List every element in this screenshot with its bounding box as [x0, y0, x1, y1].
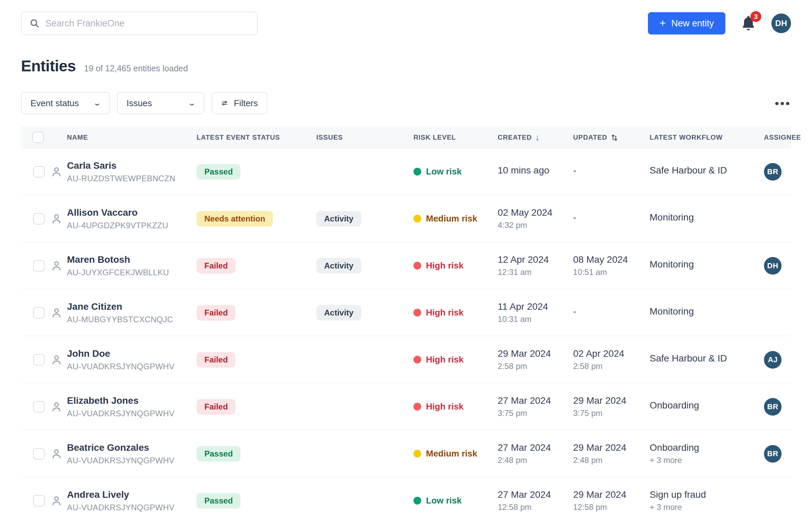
- updated-cell: 29 Mar 2024 2:48 pm: [573, 430, 626, 477]
- risk-label: Medium risk: [426, 448, 477, 459]
- assignee-avatar[interactable]: BR: [764, 163, 782, 181]
- entity-name[interactable]: Beatrice Gonzales: [67, 442, 175, 453]
- workflow-name: Sign up fraud: [650, 489, 706, 500]
- chevron-down-icon: ⌄: [187, 99, 196, 108]
- event-status-dropdown[interactable]: Event status ⌄: [21, 92, 110, 114]
- assignee-avatar[interactable]: DH: [764, 257, 782, 275]
- column-header-created[interactable]: CREATED ↓: [498, 126, 540, 148]
- row-checkbox[interactable]: [33, 213, 45, 225]
- created-date: 27 Mar 2024: [498, 489, 551, 500]
- column-header-updated[interactable]: UPDATED: [573, 126, 618, 148]
- more-options-button[interactable]: •••: [775, 97, 791, 109]
- entity-id: AU-RUZDSTWEWPEBNCZN: [67, 174, 175, 183]
- search-input[interactable]: [45, 18, 250, 29]
- risk-dot-icon: [413, 497, 421, 505]
- updated-time: 3:75 pm: [573, 408, 626, 418]
- risk-cell: High risk: [413, 383, 464, 430]
- updated-date: 29 Mar 2024: [573, 489, 626, 500]
- row-checkbox[interactable]: [33, 401, 45, 413]
- column-header-workflow[interactable]: LATEST WORKFLOW: [650, 126, 723, 148]
- user-avatar[interactable]: DH: [771, 14, 791, 33]
- assignee-avatar[interactable]: BR: [764, 398, 782, 416]
- workflow-name: Monitoring: [650, 306, 694, 317]
- created-date: 02 May 2024: [498, 207, 552, 218]
- created-time: 4:32 pm: [498, 220, 552, 230]
- column-header-risk[interactable]: RISK LEVEL: [413, 126, 456, 148]
- row-checkbox[interactable]: [33, 448, 45, 460]
- entity-name[interactable]: Jane Citizen: [67, 301, 173, 312]
- table-row[interactable]: Beatrice Gonzales AU-VUADKRSJYNQGPWHV Pa…: [21, 430, 791, 477]
- select-all-checkbox[interactable]: [32, 132, 44, 143]
- issue-badge: Activity: [316, 211, 361, 227]
- created-cell: 27 Mar 2024 2:48 pm: [498, 430, 551, 477]
- created-cell: 12 Apr 2024 12:31 am: [498, 242, 549, 289]
- entity-name[interactable]: Carla Saris: [67, 160, 175, 171]
- updated-cell: 02 Apr 2024 2:58 pm: [573, 336, 624, 383]
- row-checkbox[interactable]: [33, 260, 45, 272]
- workflow-cell: Monitoring: [650, 242, 694, 289]
- sort-desc-icon[interactable]: ↓: [535, 132, 540, 143]
- event-status-badge: Passed: [197, 164, 241, 180]
- workflow-cell: Sign up fraud + 3 more: [650, 477, 706, 514]
- notifications-button[interactable]: 3: [740, 14, 757, 33]
- table-row[interactable]: Maren Botosh AU-JUYXGFCEKJWBLLKU Failed …: [21, 242, 791, 289]
- issue-badge: Activity: [316, 258, 361, 274]
- assignee-avatar[interactable]: AJ: [764, 351, 782, 369]
- table-row[interactable]: Carla Saris AU-RUZDSTWEWPEBNCZN Passed L…: [21, 148, 791, 195]
- person-icon: [50, 400, 63, 413]
- created-date: 12 Apr 2024: [498, 254, 549, 265]
- issues-dropdown[interactable]: Issues ⌄: [117, 92, 204, 114]
- entity-name[interactable]: Elizabeth Jones: [67, 395, 175, 406]
- column-header-issues[interactable]: ISSUES: [316, 126, 343, 148]
- entity-id: AU-JUYXGFCEKJWBLLKU: [67, 268, 169, 277]
- issues-cell: Activity: [316, 242, 361, 289]
- sliders-icon: [221, 98, 228, 108]
- person-icon: [50, 353, 63, 366]
- risk-cell: High risk: [413, 336, 464, 383]
- person-icon: [50, 494, 63, 507]
- entity-id: AU-VUADKRSJYNQGPWHV: [67, 409, 175, 418]
- entity-id: AU-VUADKRSJYNQGPWHV: [67, 362, 175, 371]
- workflow-name: Onboarding: [650, 442, 699, 453]
- workflow-name: Safe Harbour & ID: [650, 165, 727, 176]
- assignee-avatar[interactable]: BR: [764, 445, 782, 463]
- risk-label: Low risk: [426, 495, 461, 506]
- new-entity-button[interactable]: + New entity: [648, 12, 725, 34]
- risk-dot-icon: [413, 215, 421, 223]
- workflow-cell: Monitoring: [650, 195, 694, 242]
- table-row[interactable]: Andrea Lively AU-VUADKRSJYNQGPWHV Passed…: [21, 477, 791, 514]
- table-row[interactable]: John Doe AU-VUADKRSJYNQGPWHV Failed High…: [21, 336, 791, 383]
- event-status-badge: Needs attention: [197, 211, 273, 227]
- risk-label: High risk: [426, 260, 464, 271]
- workflow-cell: Monitoring: [650, 289, 694, 336]
- created-time: 10:31 am: [498, 314, 548, 324]
- table-row[interactable]: Jane Citizen AU-MUBGYYBSTCXCNQJC Failed …: [21, 289, 791, 336]
- row-checkbox[interactable]: [33, 495, 45, 507]
- row-checkbox[interactable]: [33, 307, 45, 319]
- entity-name[interactable]: Allison Vaccaro: [67, 207, 168, 218]
- sort-both-icon[interactable]: [611, 133, 618, 141]
- chevron-down-icon: ⌄: [93, 99, 102, 108]
- updated-cell: 29 Mar 2024 12:58 pm: [573, 477, 626, 514]
- row-checkbox[interactable]: [33, 166, 45, 178]
- entity-name[interactable]: Maren Botosh: [67, 254, 169, 265]
- notification-count-badge: 3: [750, 11, 761, 22]
- search-box[interactable]: [21, 11, 258, 35]
- entity-name[interactable]: Andrea Lively: [67, 489, 175, 500]
- updated-time: 12:58 pm: [573, 503, 626, 512]
- table-row[interactable]: Elizabeth Jones AU-VUADKRSJYNQGPWHV Fail…: [21, 383, 791, 430]
- column-header-status[interactable]: LATEST EVENT STATUS: [197, 126, 280, 148]
- row-checkbox[interactable]: [33, 354, 45, 366]
- table-row[interactable]: Allison Vaccaro AU-4UPGDZPK9VTPKZZU Need…: [21, 195, 791, 242]
- workflow-more: + 3 more: [650, 455, 699, 465]
- entity-id: AU-4UPGDZPK9VTPKZZU: [67, 221, 168, 230]
- person-icon: [50, 447, 63, 460]
- issues-label: Issues: [127, 98, 152, 109]
- column-header-name[interactable]: NAME: [67, 126, 88, 148]
- column-header-assignee[interactable]: ASSIGNEE: [764, 126, 801, 148]
- created-cell: 10 mins ago: [498, 148, 549, 195]
- risk-dot-icon: [413, 356, 421, 364]
- created-cell: 11 Apr 2024 10:31 am: [498, 289, 548, 336]
- filters-button[interactable]: Filters: [212, 92, 267, 114]
- entity-name[interactable]: John Doe: [67, 348, 175, 359]
